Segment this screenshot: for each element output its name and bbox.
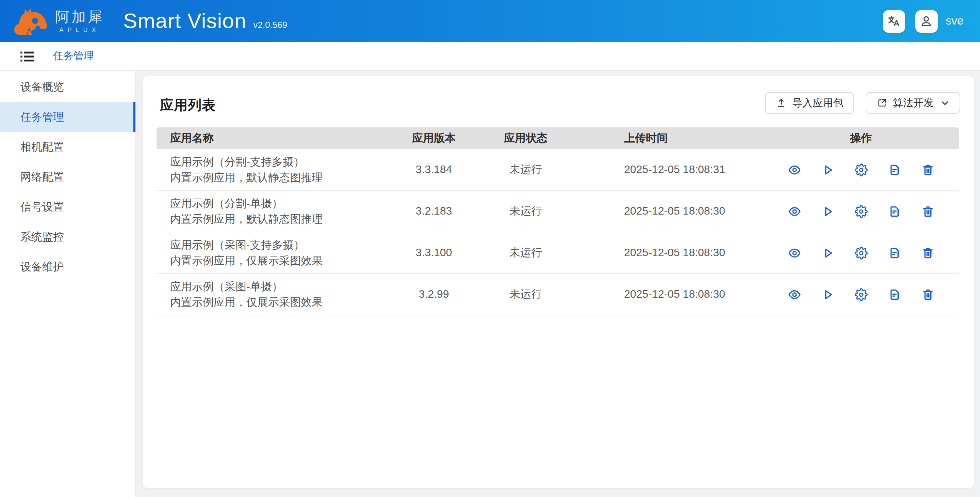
import-app-label: 导入应用包 [792, 96, 843, 109]
settings-button[interactable] [854, 163, 867, 176]
row-actions [763, 163, 959, 176]
trash-icon [921, 246, 934, 259]
sidebar-item-device-maintenance[interactable]: 设备维护 [0, 252, 135, 282]
app-name: 应用示例（采图-单摄） [170, 279, 398, 294]
product: Smart Vision v2.0.569 [123, 9, 287, 34]
play-icon [821, 163, 834, 176]
app-version: 3.3.100 [398, 232, 469, 274]
sidebar-item-system-monitor[interactable]: 系统监控 [0, 222, 135, 252]
run-button[interactable] [821, 288, 834, 301]
delete-button[interactable] [921, 163, 934, 176]
translate-button[interactable] [882, 10, 905, 32]
view-button[interactable] [788, 205, 801, 218]
app-name: 应用示例（分割-支持多摄） [170, 154, 398, 170]
settings-button[interactable] [854, 288, 867, 301]
delete-button[interactable] [921, 288, 934, 301]
trash-icon [921, 205, 934, 218]
row-actions [763, 246, 959, 259]
app-description: 内置示例应用，仅展示采图效果 [170, 253, 398, 268]
eye-icon [788, 288, 801, 301]
gear-icon [854, 205, 867, 218]
card-actions: 导入应用包 算法开发 [765, 92, 960, 114]
play-icon [821, 205, 834, 218]
brand-text: 阿加犀 APLUX [55, 9, 104, 34]
user-button[interactable] [915, 10, 937, 32]
view-button[interactable] [788, 163, 801, 176]
row-actions [763, 288, 959, 301]
run-button[interactable] [821, 246, 834, 259]
brand: 阿加犀 APLUX [14, 7, 104, 35]
run-button[interactable] [821, 205, 834, 218]
app-name: 应用示例（分割-单摄） [170, 196, 398, 211]
sidebar-item-device-overview[interactable]: 设备概览 [0, 72, 135, 102]
algorithm-dev-button[interactable]: 算法开发 [865, 92, 960, 114]
upload-time: 2025-12-05 18:08:30 [582, 191, 738, 232]
document-icon [888, 288, 901, 301]
breadcrumb[interactable]: 任务管理 [53, 50, 94, 63]
table-row: 应用示例（采图-单摄） 内置示例应用，仅展示采图效果 3.2.99 未运行 20… [156, 274, 959, 315]
upload-time: 2025-12-05 18:08:30 [582, 274, 738, 315]
eye-icon [788, 163, 801, 176]
col-header-operations: 操作 [738, 128, 959, 149]
app-name: 应用示例（采图-支持多摄） [170, 237, 398, 253]
eye-icon [788, 205, 801, 218]
app-status: 未运行 [469, 149, 582, 191]
sidebar-item-network-config[interactable]: 网络配置 [0, 162, 135, 192]
card-header: 应用列表 导入应用包 [143, 76, 974, 115]
play-icon [821, 246, 834, 259]
app-table: 应用名称 应用版本 应用状态 上传时间 操作 应用示例（分割-支持多摄） [156, 128, 959, 315]
chevron-down-icon [940, 99, 950, 107]
gear-icon [854, 163, 867, 176]
log-button[interactable] [888, 288, 901, 301]
upload-icon [776, 97, 787, 109]
brand-name-cn: 阿加犀 [55, 9, 104, 25]
sidebar-item-task-management[interactable]: 任务管理 [0, 102, 135, 132]
log-button[interactable] [888, 163, 901, 176]
product-title: Smart Vision [123, 9, 247, 34]
menu-list-icon [20, 50, 35, 62]
row-actions [763, 205, 959, 218]
col-header-upload-time: 上传时间 [582, 128, 738, 149]
app-version: 3.2.99 [398, 274, 469, 315]
app-description: 内置示例应用，仅展示采图效果 [170, 294, 398, 310]
document-icon [888, 246, 901, 259]
translate-icon [887, 14, 900, 28]
app-status: 未运行 [469, 191, 582, 232]
app-status: 未运行 [469, 232, 582, 274]
eye-icon [788, 246, 801, 259]
app-description: 内置示例应用，默认静态图推理 [170, 211, 398, 227]
aplux-rhino-logo-icon [14, 7, 48, 35]
settings-button[interactable] [854, 246, 867, 259]
username-label[interactable]: sve [946, 14, 964, 28]
sidebar-item-camera-config[interactable]: 相机配置 [0, 132, 135, 162]
play-icon [821, 288, 834, 301]
view-button[interactable] [788, 246, 801, 259]
sidebar-item-signal-settings[interactable]: 信号设置 [0, 192, 135, 222]
col-header-app-status: 应用状态 [469, 128, 582, 149]
document-icon [888, 163, 901, 176]
top-header: 阿加犀 APLUX Smart Vision v2.0.569 [0, 0, 980, 42]
log-button[interactable] [888, 205, 901, 218]
upload-time: 2025-12-05 18:08:30 [582, 232, 738, 274]
settings-button[interactable] [854, 205, 867, 218]
breadcrumb-bar: 任务管理 [0, 42, 980, 71]
sidebar: 设备概览 任务管理 相机配置 网络配置 信号设置 系统监控 设备维护 [0, 71, 136, 497]
run-button[interactable] [821, 163, 834, 176]
delete-button[interactable] [921, 246, 934, 259]
delete-button[interactable] [921, 205, 934, 218]
brand-name-en: APLUX [59, 27, 100, 34]
trash-icon [921, 163, 934, 176]
page-title: 应用列表 [160, 96, 216, 115]
app-status: 未运行 [469, 274, 582, 315]
sidebar-toggle-button[interactable] [20, 49, 35, 63]
document-icon [888, 205, 901, 218]
page-body: 设备概览 任务管理 相机配置 网络配置 信号设置 系统监控 设备维护 应用列表 [0, 71, 980, 497]
log-button[interactable] [888, 246, 901, 259]
table-row: 应用示例（采图-支持多摄） 内置示例应用，仅展示采图效果 3.3.100 未运行… [156, 232, 959, 274]
table-row: 应用示例（分割-单摄） 内置示例应用，默认静态图推理 3.2.183 未运行 2… [156, 191, 959, 232]
gear-icon [854, 246, 867, 259]
view-button[interactable] [788, 288, 801, 301]
app-list-card: 应用列表 导入应用包 [143, 76, 974, 488]
table-row: 应用示例（分割-支持多摄） 内置示例应用，默认静态图推理 3.3.184 未运行… [156, 149, 959, 191]
import-app-package-button[interactable]: 导入应用包 [765, 92, 854, 114]
